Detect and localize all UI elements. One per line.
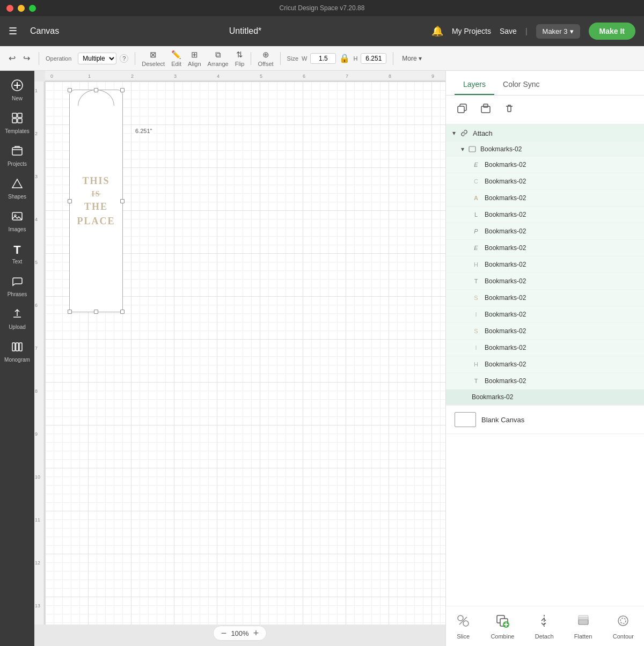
my-projects-link[interactable]: My Projects <box>452 27 491 35</box>
layer-item[interactable]: P Bookmarks-02 <box>446 223 644 240</box>
sidebar-item-shapes[interactable]: Shapes <box>2 173 32 204</box>
sidebar-item-upload[interactable]: Upload <box>2 304 32 334</box>
svg-point-59 <box>618 616 628 626</box>
height-input[interactable] <box>361 53 386 64</box>
svg-rect-6 <box>18 119 22 123</box>
close-button[interactable] <box>6 5 13 12</box>
detach-action[interactable]: Detach <box>531 612 558 642</box>
sidebar-item-templates[interactable]: Templates <box>2 108 32 138</box>
layer-name-10: Bookmarks-02 <box>485 311 638 318</box>
sidebar-item-phrases[interactable]: Phrases <box>2 271 32 302</box>
offset-group: ⊕ Offset <box>258 50 273 67</box>
arrange-group: ⧉ Arrange <box>208 50 229 67</box>
operation-help-button[interactable]: ? <box>120 54 128 63</box>
layer-item[interactable]: E Bookmarks-02 <box>446 157 644 173</box>
svg-point-47 <box>458 615 463 621</box>
combine-action[interactable]: Combine <box>486 612 518 642</box>
projects-icon <box>11 145 23 159</box>
more-button[interactable]: More ▾ <box>400 54 424 63</box>
titlebar: Cricut Design Space v7.20.88 <box>0 0 644 16</box>
sidebar-item-new[interactable]: New <box>2 75 32 106</box>
handle-top-center[interactable] <box>94 88 98 92</box>
layer-item[interactable]: T Bookmarks-02 <box>446 273 644 290</box>
operation-group: Operation Multiple ? <box>46 53 128 64</box>
blank-canvas-row[interactable]: Blank Canvas <box>446 405 644 434</box>
tab-color-sync[interactable]: Color Sync <box>494 75 548 95</box>
panel-tabs: Layers Color Sync <box>446 71 644 96</box>
sidebar-label-shapes: Shapes <box>8 194 26 200</box>
tab-layers[interactable]: Layers <box>455 75 494 95</box>
slice-action[interactable]: Slice <box>452 612 474 642</box>
handle-bottom-center[interactable] <box>94 310 98 314</box>
layer-item[interactable]: H Bookmarks-02 <box>446 356 644 373</box>
delete-layer-button[interactable] <box>500 101 519 119</box>
zoom-out-button[interactable]: − <box>221 628 227 638</box>
make-it-button[interactable]: Make It <box>589 23 635 40</box>
contour-action[interactable]: Contour <box>609 612 638 642</box>
flatten-label: Flatten <box>574 633 592 640</box>
layer-item[interactable]: I Bookmarks-02 <box>446 340 644 356</box>
undo-redo-group: ↩ ↪ <box>6 52 32 64</box>
handle-top-left[interactable] <box>68 88 72 92</box>
handle-bottom-left[interactable] <box>68 310 72 314</box>
hamburger-menu-button[interactable]: ☰ <box>9 25 17 37</box>
size-group: Size W 🔒 H <box>287 53 387 64</box>
layer-item[interactable]: S Bookmarks-02 <box>446 323 644 340</box>
save-button[interactable]: Save <box>500 27 517 35</box>
duplicate-layer-button[interactable] <box>452 101 472 119</box>
handle-top-right[interactable] <box>120 88 125 92</box>
sidebar-item-projects[interactable]: Projects <box>2 141 32 171</box>
deselect-group: ⊠ Deselect <box>142 50 165 67</box>
toolbar-separator-4 <box>280 52 281 65</box>
blank-canvas-label: Blank Canvas <box>481 416 524 424</box>
w-label: W <box>302 55 307 62</box>
width-input[interactable] <box>310 53 336 64</box>
edit-label: Edit <box>171 61 181 67</box>
blank-canvas-thumbnail <box>455 412 476 427</box>
main-area: New Templates Projects <box>0 71 644 646</box>
undo-button[interactable]: ↩ <box>6 52 18 64</box>
layer-item[interactable]: C Bookmarks-02 <box>446 173 644 190</box>
layer-item[interactable]: H Bookmarks-02 <box>446 256 644 273</box>
notifications-bell-icon[interactable]: 🔔 <box>431 25 443 37</box>
machine-selector[interactable]: Maker 3 ▾ <box>536 24 580 39</box>
operation-select[interactable]: Multiple <box>78 53 116 64</box>
layer-item[interactable]: A Bookmarks-02 <box>446 190 644 207</box>
layer-item[interactable]: L Bookmarks-02 <box>446 207 644 223</box>
layer-item[interactable]: T Bookmarks-02 <box>446 373 644 390</box>
layer-name-9: Bookmarks-02 <box>485 294 638 302</box>
zoom-in-button[interactable]: + <box>253 628 259 638</box>
layer-item-selected[interactable]: Bookmarks-02 <box>446 390 644 405</box>
layer-item[interactable]: I Bookmarks-02 <box>446 306 644 323</box>
minimize-button[interactable] <box>18 5 25 12</box>
group-layer-button[interactable] <box>476 101 495 119</box>
redo-button[interactable]: ↪ <box>21 52 32 64</box>
sidebar-item-text[interactable]: T Text <box>2 239 32 269</box>
offset-label: Offset <box>258 61 273 67</box>
handle-right-center[interactable] <box>120 199 125 203</box>
layer-item[interactable]: S Bookmarks-02 <box>446 290 644 306</box>
layer-subgroup-header[interactable]: ▾ Bookmarks-02 <box>446 142 644 157</box>
canvas-area[interactable]: 0 1 2 3 4 5 6 7 8 9 10 11 1 2 3 4 <box>34 71 445 646</box>
layer-icon-13: H <box>472 360 480 369</box>
flatten-action[interactable]: Flatten <box>570 612 597 642</box>
design-text-line2: IS <box>91 188 100 200</box>
layers-content[interactable]: ▾ Attach ▾ Bookmarks-02 <box>446 124 644 606</box>
sidebar-label-images: Images <box>9 226 26 232</box>
design-object[interactable]: THIS IS THE PLACE <box>69 90 123 312</box>
handle-left-center[interactable] <box>68 199 72 203</box>
zoom-controls: − 100% + <box>213 626 267 641</box>
layer-item[interactable]: E Bookmarks-02 <box>446 240 644 256</box>
maximize-button[interactable] <box>29 5 36 12</box>
layer-name-7: Bookmarks-02 <box>485 261 638 268</box>
handle-bottom-right[interactable] <box>120 310 125 314</box>
svg-text:9: 9 <box>35 431 38 437</box>
layer-group-header[interactable]: ▾ Attach <box>446 124 644 142</box>
sidebar-item-images[interactable]: Images <box>2 206 32 237</box>
operation-label: Operation <box>46 55 71 62</box>
toolbar-separator-3 <box>251 52 251 65</box>
layer-icon-6: E <box>472 244 480 252</box>
sidebar-item-monogram[interactable]: Monogram <box>2 336 32 367</box>
right-panel: Layers Color Sync <box>445 71 644 646</box>
layer-icon-4: L <box>472 210 480 219</box>
